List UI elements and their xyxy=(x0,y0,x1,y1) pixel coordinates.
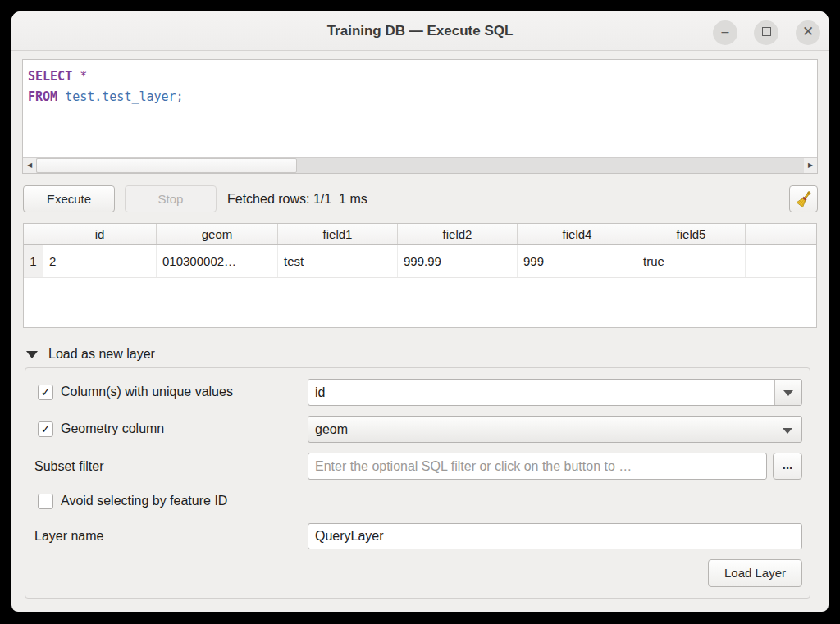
table-row[interactable]: 1 2 010300002… test 999.99 999 true xyxy=(24,245,816,278)
collapse-triangle-icon xyxy=(26,351,38,358)
scroll-left-icon[interactable]: ◀ xyxy=(23,158,36,173)
avoid-feature-id-checkbox[interactable]: ✓ xyxy=(38,494,53,509)
unique-values-checkbox[interactable]: ✓ xyxy=(38,385,53,400)
unique-values-input[interactable] xyxy=(308,380,773,405)
header-filler xyxy=(746,224,816,244)
check-icon: ✓ xyxy=(41,385,51,399)
cell-field1[interactable]: test xyxy=(278,245,398,277)
section-title: Load as new layer xyxy=(48,347,155,362)
row-number[interactable]: 1 xyxy=(24,245,43,277)
column-header-geom[interactable]: geom xyxy=(157,224,278,244)
chevron-down-icon xyxy=(783,390,793,396)
minimize-icon: – xyxy=(722,25,729,39)
column-header-field4[interactable]: field4 xyxy=(518,224,637,244)
column-header-field1[interactable]: field1 xyxy=(278,224,398,244)
results-table[interactable]: id geom field1 field2 field4 field5 1 2 … xyxy=(23,223,817,328)
window-title: Training DB — Execute SQL xyxy=(11,11,829,51)
broom-icon xyxy=(794,189,814,209)
column-header-id[interactable]: id xyxy=(43,224,157,244)
avoid-feature-id-label: Avoid selecting by feature ID xyxy=(61,494,227,508)
execute-sql-dialog: Training DB — Execute SQL – ✕ SELECT * F… xyxy=(11,11,829,612)
geometry-column-checkbox[interactable]: ✓ xyxy=(38,421,53,437)
layer-name-input[interactable] xyxy=(308,523,802,549)
unique-values-combobox[interactable] xyxy=(308,379,802,406)
subset-filter-input[interactable] xyxy=(308,453,767,480)
maximize-button[interactable] xyxy=(754,20,778,45)
sql-editor[interactable]: SELECT * FROM test.test_layer; ◀ ▶ xyxy=(22,59,818,174)
load-as-new-layer-toggle[interactable]: Load as new layer xyxy=(26,344,155,364)
layer-name-label: Layer name xyxy=(34,529,104,544)
fetched-rows-status: Fetched rows: 1/1 1 ms xyxy=(227,185,368,212)
sql-identifier: test.test_layer; xyxy=(65,89,184,104)
unique-values-label: Column(s) with unique values xyxy=(61,385,233,399)
titlebar[interactable]: Training DB — Execute SQL – ✕ xyxy=(11,11,829,51)
table-header-row: id geom field1 field2 field4 field5 xyxy=(24,224,816,245)
execute-button[interactable]: Execute xyxy=(23,185,115,212)
dropdown-button[interactable] xyxy=(774,380,801,405)
close-button[interactable]: ✕ xyxy=(796,20,820,45)
horizontal-scrollbar[interactable]: ◀ ▶ xyxy=(23,157,817,173)
cell-field2[interactable]: 999.99 xyxy=(398,245,518,277)
geometry-column-label: Geometry column xyxy=(61,421,164,436)
close-icon: ✕ xyxy=(802,24,814,39)
row-filler xyxy=(746,245,816,277)
geometry-column-value: geom xyxy=(315,422,348,436)
load-layer-button[interactable]: Load Layer xyxy=(708,559,802,587)
scroll-right-icon[interactable]: ▶ xyxy=(804,158,817,173)
stop-button: Stop xyxy=(125,185,217,212)
sql-keyword: FROM xyxy=(28,89,57,104)
cell-id[interactable]: 2 xyxy=(43,245,157,277)
cell-field5[interactable]: true xyxy=(637,245,746,277)
scrollbar-track[interactable] xyxy=(36,158,804,173)
cell-geom[interactable]: 010300002… xyxy=(157,245,278,277)
filter-browse-button[interactable]: ... xyxy=(773,453,802,480)
chevron-down-icon xyxy=(783,428,792,434)
column-header-field2[interactable]: field2 xyxy=(398,224,518,244)
sql-code[interactable]: SELECT * FROM test.test_layer; xyxy=(23,60,817,157)
column-header-field5[interactable]: field5 xyxy=(637,224,746,244)
table-corner xyxy=(24,224,43,244)
sql-keyword: SELECT xyxy=(28,69,72,84)
subset-filter-label: Subset filter xyxy=(34,459,103,474)
maximize-icon xyxy=(762,27,771,36)
sql-operator: * xyxy=(80,69,87,84)
check-icon: ✓ xyxy=(41,422,51,435)
cell-field4[interactable]: 999 xyxy=(518,245,637,277)
geometry-column-combobox[interactable]: geom xyxy=(308,416,802,443)
scrollbar-thumb[interactable] xyxy=(36,158,297,173)
minimize-button[interactable]: – xyxy=(713,20,737,45)
clear-results-button[interactable] xyxy=(789,185,818,212)
